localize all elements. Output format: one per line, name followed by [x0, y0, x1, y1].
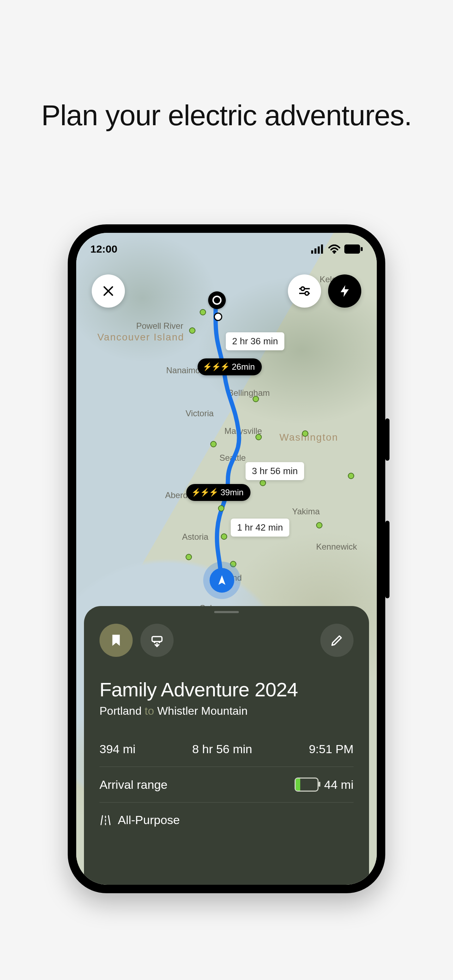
- close-button[interactable]: [92, 274, 125, 308]
- charger-dot[interactable]: [221, 533, 227, 540]
- status-time: 12:00: [90, 243, 118, 255]
- svg-rect-1: [314, 248, 316, 254]
- charger-dot[interactable]: [316, 522, 323, 528]
- trip-arrival-time: 9:51 PM: [309, 742, 353, 756]
- road-icon: [100, 814, 111, 826]
- map-label-kennewick: Kennewick: [316, 542, 357, 552]
- map-label-yakima: Yakima: [292, 507, 319, 517]
- charger-dot[interactable]: [218, 505, 224, 512]
- charger-dot[interactable]: [189, 328, 196, 334]
- drive-mode-row[interactable]: All-Purpose: [100, 803, 353, 827]
- edit-button[interactable]: [320, 624, 353, 657]
- map-label-bellingham: Bellingham: [228, 388, 270, 398]
- arrival-range-label: Arrival range: [100, 778, 168, 792]
- svg-point-13: [158, 641, 160, 643]
- charger-dot[interactable]: [230, 561, 236, 567]
- navigation-arrow-icon: [216, 574, 228, 586]
- close-icon: [101, 284, 115, 298]
- lightning-icon: ⚡⚡⚡: [191, 488, 218, 497]
- charger-dot[interactable]: [348, 473, 354, 479]
- map-label-nanaimo: Nanaimo: [166, 366, 200, 375]
- pencil-icon: [329, 633, 344, 648]
- map-label-powell-river: Powell River: [136, 321, 183, 331]
- charging-button[interactable]: [328, 274, 361, 308]
- charger-dot[interactable]: [253, 396, 259, 402]
- marketing-headline: Plan your electric adventures.: [0, 99, 453, 132]
- trip-from: Portland: [100, 705, 141, 717]
- battery-icon: [295, 778, 319, 792]
- svg-rect-6: [361, 247, 363, 251]
- charger-dot[interactable]: [186, 554, 192, 560]
- status-bar: 12:00: [90, 240, 363, 258]
- segment-time-2[interactable]: 3 hr 56 min: [246, 462, 304, 480]
- phone-frame: Vancouver Island Powell River Nanaimo Vi…: [68, 224, 385, 893]
- charge-duration: 26min: [232, 362, 255, 372]
- map-label-seattle: Seattle: [219, 453, 246, 463]
- segment-time-3[interactable]: 1 hr 42 min: [231, 519, 289, 536]
- phone-screen: Vancouver Island Powell River Nanaimo Vi…: [76, 233, 377, 885]
- svg-rect-2: [318, 247, 319, 254]
- lightning-icon: [338, 284, 352, 298]
- sheet-grabber[interactable]: [214, 611, 239, 613]
- svg-point-4: [334, 251, 335, 254]
- bookmark-button[interactable]: [100, 624, 133, 657]
- wifi-icon: [328, 245, 341, 254]
- trip-subtitle: Portland to Whistler Mountain: [100, 705, 353, 718]
- svg-point-8: [301, 287, 304, 290]
- svg-rect-5: [344, 245, 360, 254]
- bookmark-icon: [109, 633, 124, 648]
- current-location[interactable]: [210, 568, 234, 593]
- trip-to-word: to: [145, 705, 154, 717]
- map-label-astoria: Astoria: [182, 532, 208, 542]
- drive-mode-value: All-Purpose: [118, 813, 180, 827]
- vehicle-icon: [149, 633, 164, 648]
- filters-button[interactable]: [288, 274, 321, 308]
- trip-duration: 8 hr 56 min: [192, 742, 252, 756]
- charger-dot[interactable]: [260, 480, 266, 486]
- svg-point-12: [153, 641, 155, 643]
- map-label-vancouver-island: Vancouver Island: [97, 332, 184, 343]
- charge-stop-2[interactable]: ⚡⚡⚡ 39min: [186, 484, 251, 501]
- charge-duration: 39min: [221, 488, 243, 497]
- send-to-vehicle-button[interactable]: [140, 624, 173, 657]
- charger-dot[interactable]: [256, 434, 262, 440]
- map-label-washington: Washington: [280, 432, 339, 443]
- trip-sheet[interactable]: Family Adventure 2024 Portland to Whistl…: [84, 606, 369, 885]
- svg-rect-0: [311, 250, 313, 254]
- svg-rect-11: [152, 637, 162, 642]
- charge-stop-1[interactable]: ⚡⚡⚡ 26min: [197, 358, 262, 375]
- arrival-range-row[interactable]: Arrival range 44 mi: [100, 767, 353, 803]
- lightning-icon: ⚡⚡⚡: [202, 362, 229, 371]
- sliders-icon: [297, 284, 312, 298]
- svg-point-10: [305, 292, 309, 295]
- trip-distance: 394 mi: [100, 742, 135, 756]
- signal-icon: [311, 245, 324, 254]
- arrival-range-value: 44 mi: [324, 778, 353, 792]
- segment-time-1[interactable]: 2 hr 36 min: [226, 332, 285, 350]
- charger-dot[interactable]: [302, 430, 308, 437]
- route-waypoint: [214, 313, 222, 321]
- trip-destination: Whistler Mountain: [157, 705, 248, 717]
- svg-rect-3: [321, 245, 323, 254]
- trip-title: Family Adventure 2024: [100, 678, 353, 701]
- trip-stats-row: 394 mi 8 hr 56 min 9:51 PM: [100, 742, 353, 767]
- charger-dot[interactable]: [200, 309, 206, 315]
- charger-dot[interactable]: [210, 441, 217, 447]
- destination-pin[interactable]: [208, 291, 226, 309]
- battery-icon: [344, 245, 363, 254]
- map-label-victoria: Victoria: [186, 409, 214, 418]
